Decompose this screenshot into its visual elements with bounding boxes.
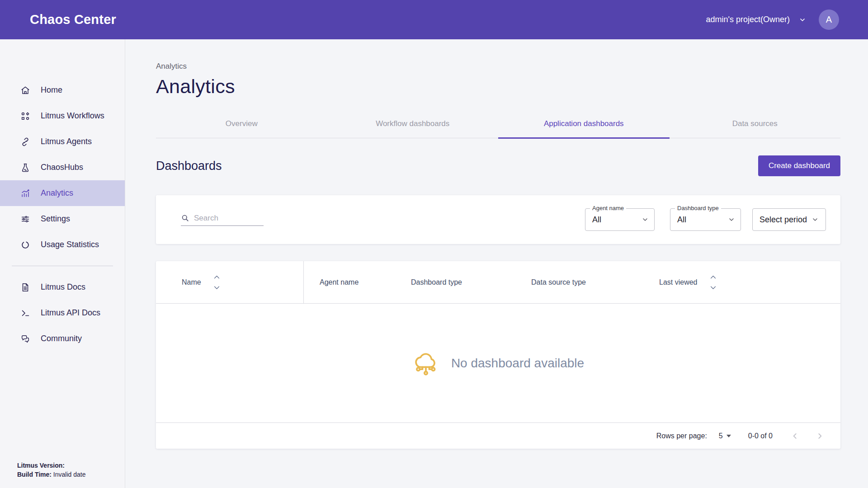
pagination-bar: Rows per page: 5 0-0 of 0: [156, 422, 840, 449]
tab-application-dashboards[interactable]: Application dashboards: [498, 111, 670, 139]
search-input[interactable]: [194, 214, 262, 223]
sidebar-item-label: Home: [41, 85, 62, 95]
sidebar-item-litmus-workflows[interactable]: Litmus Workflows: [0, 103, 125, 129]
analytics-icon: [20, 188, 31, 199]
usage-icon: [20, 239, 31, 250]
sidebar-item-label: Usage Statistics: [41, 240, 99, 249]
home-icon: [20, 85, 31, 96]
section-title: Dashboards: [156, 159, 222, 173]
sidebar-item-community[interactable]: Community: [0, 326, 125, 352]
rows-per-page-select[interactable]: 5: [719, 432, 731, 440]
sidebar-item-analytics[interactable]: Analytics: [0, 180, 125, 206]
column-header-data-source-type: Data source type: [531, 278, 586, 286]
chevron-down-icon: [642, 216, 649, 223]
main-content: Analytics Analytics Overview Workflow da…: [126, 39, 868, 488]
page-title: Analytics: [156, 75, 841, 98]
chevron-down-icon: [811, 216, 819, 223]
agent-name-select[interactable]: Agent name All: [585, 208, 655, 231]
sidebar-footer: Litmus Version: Build Time: Invalid date: [17, 461, 85, 479]
column-header-dashboard-type: Dashboard type: [411, 278, 462, 286]
agent-name-select-label: Agent name: [590, 205, 626, 211]
avatar-initial: A: [826, 14, 832, 25]
sidebar-item-label: Litmus Agents: [41, 137, 92, 146]
chevron-left-icon: [791, 432, 800, 441]
tab-workflow-dashboards[interactable]: Workflow dashboards: [327, 111, 499, 139]
dashboard-type-select[interactable]: Dashboard type All: [670, 208, 741, 231]
project-selector-label: admin's project(Owner): [706, 15, 790, 24]
sidebar-item-label: Settings: [41, 214, 70, 224]
column-header-agent-name: Agent name: [320, 278, 359, 286]
select-period-button[interactable]: Select period: [752, 208, 826, 231]
agent-name-select-value: All: [592, 215, 601, 225]
sort-desc-icon: [710, 286, 716, 290]
sidebar-item-settings[interactable]: Settings: [0, 206, 125, 232]
filter-panel: Agent name All Dashboard type All Select…: [156, 195, 840, 244]
previous-page-button[interactable]: [791, 432, 800, 441]
document-icon: [20, 282, 31, 293]
empty-message: No dashboard available: [451, 356, 584, 371]
avatar[interactable]: A: [819, 9, 839, 30]
column-header-name: Name: [182, 278, 201, 286]
sidebar-item-label: Analytics: [41, 188, 73, 198]
sidebar-item-home[interactable]: Home: [0, 77, 125, 103]
column-header-last-viewed: Last viewed: [659, 278, 698, 286]
sort-name-control[interactable]: [214, 275, 220, 290]
pagination-range: 0-0 of 0: [748, 432, 773, 440]
flask-icon: [20, 162, 31, 173]
search-box: [181, 214, 264, 226]
link-icon: [20, 136, 31, 147]
sidebar-item-litmus-api-docs[interactable]: Litmus API Docs: [0, 300, 125, 326]
version-label: Litmus Version:: [17, 462, 65, 469]
sidebar-item-label: Litmus Workflows: [41, 111, 104, 121]
empty-state: No dashboard available: [156, 304, 840, 422]
app-header: Chaos Center admin's project(Owner) A: [0, 0, 868, 39]
sidebar-item-label: ChaosHubs: [41, 163, 83, 172]
tab-bar: Overview Workflow dashboards Application…: [156, 111, 840, 138]
sidebar-item-chaoshubs[interactable]: ChaosHubs: [0, 155, 125, 180]
sidebar-item-usage-statistics[interactable]: Usage Statistics: [0, 232, 125, 258]
workflows-icon: [20, 111, 31, 122]
next-page-button[interactable]: [815, 432, 824, 441]
sidebar-divider: [12, 266, 113, 266]
project-selector[interactable]: admin's project(Owner): [706, 15, 807, 24]
sidebar-item-label: Community: [41, 334, 82, 343]
build-time-label: Build Time:: [17, 471, 52, 478]
dashboards-table: Name Agent name Dashboard type Data sour…: [156, 261, 840, 449]
sidebar-item-label: Litmus Docs: [41, 282, 85, 292]
breadcrumb: Analytics: [156, 62, 841, 71]
sort-last-viewed-control[interactable]: [710, 275, 716, 290]
sort-asc-icon: [710, 275, 716, 279]
cloud-network-icon: [412, 350, 439, 377]
sidebar-item-label: Litmus API Docs: [41, 308, 100, 318]
sliders-icon: [20, 214, 31, 225]
tab-overview[interactable]: Overview: [156, 111, 327, 139]
sidebar-item-litmus-agents[interactable]: Litmus Agents: [0, 129, 125, 155]
chat-bubbles-icon: [20, 333, 31, 344]
sort-asc-icon: [214, 275, 220, 279]
chevron-down-icon: [799, 16, 806, 23]
rows-per-page-label: Rows per page:: [656, 432, 707, 440]
terminal-icon: [20, 308, 31, 319]
create-dashboard-button[interactable]: Create dashboard: [758, 155, 840, 176]
chevron-down-icon: [728, 216, 735, 223]
table-header: Name Agent name Dashboard type Data sour…: [156, 261, 840, 304]
sidebar-item-litmus-docs[interactable]: Litmus Docs: [0, 274, 125, 300]
chevron-right-icon: [815, 432, 824, 441]
sidebar: Home Litmus Workflows Litmus Agents Chao…: [0, 39, 125, 488]
dashboard-type-select-label: Dashboard type: [675, 205, 721, 211]
caret-down-icon: [726, 435, 731, 437]
sort-desc-icon: [214, 286, 220, 290]
search-icon: [181, 214, 189, 222]
build-time-value: Invalid date: [52, 471, 86, 478]
dashboard-type-select-value: All: [677, 215, 686, 225]
tab-data-sources[interactable]: Data sources: [670, 111, 841, 139]
select-period-label: Select period: [760, 215, 807, 225]
rows-per-page-value: 5: [719, 432, 723, 440]
app-title: Chaos Center: [30, 12, 116, 27]
